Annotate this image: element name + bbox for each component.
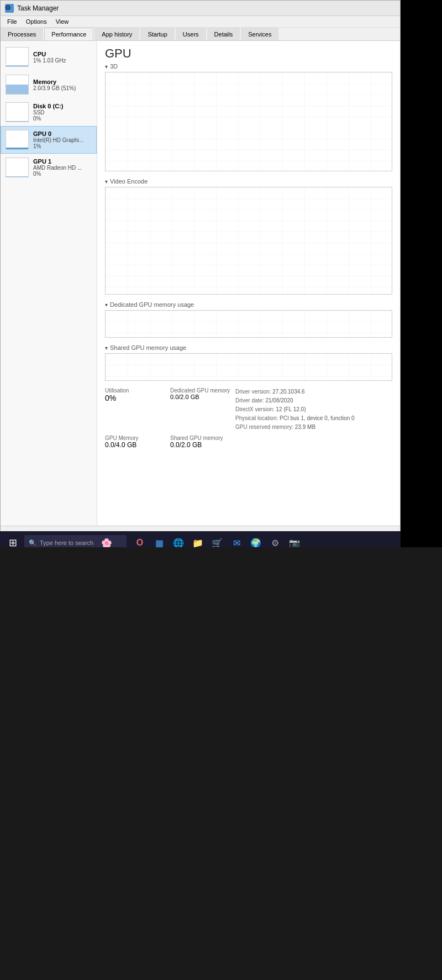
utilisation-value: 0% [105,394,166,402]
disk-thumbnail [6,102,29,122]
task-manager-window: ⚙ Task Manager File Options View Process… [0,0,401,542]
laptop-body: ⏮ 🔇 🔊 Esc F1☽ F2 F3🔒 F4 F5☐ F6 F7 F8⊞ F9… [0,547,442,980]
gpu1-detail: AMD Radeon HD ... [33,165,92,171]
dedicated-mem-block: Dedicated GPU memory 0.0/2.0 GB [170,387,231,432]
physical-location-label: Physical location: [235,415,278,421]
driver-date-label: Driver date: [235,397,264,403]
memory-label: Memory [33,78,92,85]
gpu-memory-block: GPU Memory 0.0/4.0 GB [105,435,166,449]
utilisation-label: Utilisation [105,387,166,394]
directx-label: DirectX version: [235,406,275,412]
memory-detail: 2.0/3.9 GB (51%) [33,85,92,91]
tab-services[interactable]: Services [241,28,278,40]
graph-dedicated-grid [106,311,392,337]
detail-panel: GPU 3D Video Encode [97,41,400,534]
gpu-reserved-label: GPU reserved memory: [235,424,293,430]
tab-performance[interactable]: Performance [44,28,93,40]
driver-version-value: 27.20.1034.6 [272,389,304,395]
tab-details[interactable]: Details [207,28,240,40]
main-content: CPU 1% 1.03 GHz Memory 2.0/3.9 GB (51%) [1,41,400,534]
dedicated-mem-label: Dedicated GPU memory [170,387,231,394]
menu-file[interactable]: File [3,17,22,26]
svg-rect-3 [106,354,392,380]
section-3d-label: 3D [105,63,392,70]
gpu0-label: GPU 0 [33,130,92,137]
physical-location-value: PCI bus 1, device 0, function 0 [280,415,355,421]
tab-bar: Processes Performance App history Startu… [1,28,400,41]
driver-version-label: Driver version: [235,389,271,395]
svg-rect-2 [106,311,392,337]
graph-3d-grid [106,72,392,171]
graph-3d [105,72,392,171]
menu-bar: File Options View [1,16,400,28]
gpu-memory-value: 0.0/4.0 GB [105,441,166,449]
stats-row: Utilisation 0% Dedicated GPU memory 0.0/… [105,387,392,432]
driver-date-value: 21/08/2020 [265,397,293,403]
gpu0-detail: Intel(R) HD Graphi... [33,137,92,143]
sidebar: CPU 1% 1.03 GHz Memory 2.0/3.9 GB (51%) [1,41,97,534]
sidebar-item-memory[interactable]: Memory 2.0/3.9 GB (51%) [1,71,97,98]
shared-mem-value: 0.0/2.0 GB [170,441,231,449]
section-dedicated-label: Dedicated GPU memory usage [105,301,392,308]
directx-value: 12 (FL 12.0) [276,406,306,412]
graph-dedicated [105,310,392,338]
sidebar-item-disk0[interactable]: Disk 0 (C:) SSD 0% [1,98,97,126]
tab-app-history[interactable]: App history [94,28,139,40]
gpu-reserved-value: 23.9 MB [295,424,315,430]
sidebar-item-cpu[interactable]: CPU 1% 1.03 GHz [1,43,97,71]
decorative-icon: 🌸 [101,538,112,548]
memory-thumbnail [6,75,29,95]
disk-percent: 0% [33,116,92,122]
shared-mem-block: Shared GPU memory 0.0/2.0 GB [170,435,231,449]
dedicated-mem-value: 0.0/2.0 GB [170,394,231,400]
graph-shared-grid [106,354,392,380]
cpu-detail: 1% 1.03 GHz [33,57,92,64]
menu-options[interactable]: Options [22,17,51,26]
sidebar-item-gpu0[interactable]: GPU 0 Intel(R) HD Graphi... 1% [1,126,97,154]
window-title: Task Manager [17,4,59,12]
tab-startup[interactable]: Startup [140,28,174,40]
gpu-title: GPU [105,46,392,61]
shared-mem-label: Shared GPU memory [170,435,231,441]
tab-users[interactable]: Users [176,28,206,40]
utilisation-block: Utilisation 0% [105,387,166,432]
gpu1-percent: 0% [33,171,92,177]
tab-processes[interactable]: Processes [1,28,43,40]
title-bar: ⚙ Task Manager [1,1,400,16]
driver-info-block: Driver version: 27.20.1034.6 Driver date… [235,387,355,432]
cpu-thumbnail [6,47,29,67]
section-shared-label: Shared GPU memory usage [105,344,392,351]
svg-rect-1 [106,187,392,294]
gpu-memory-label: GPU Memory [105,435,166,441]
section-video-label: Video Encode [105,178,392,185]
gpu1-thumbnail [6,158,29,177]
graph-video-encode [105,187,392,295]
disk-type: SSD [33,109,92,116]
graph-video-grid [106,187,392,294]
gpu0-percent: 1% [33,143,92,149]
cpu-label: CPU [33,51,92,57]
search-placeholder: Type here to search [40,539,93,546]
search-icon: 🔍 [29,539,36,547]
gpu1-label: GPU 1 [33,158,92,165]
graph-shared [105,353,392,381]
menu-view[interactable]: View [51,17,73,26]
svg-rect-0 [106,72,392,171]
sidebar-item-gpu1[interactable]: GPU 1 AMD Radeon HD ... 0% [1,154,97,181]
gpu0-thumbnail [6,130,29,150]
stats-row-2: GPU Memory 0.0/4.0 GB Shared GPU memory … [105,435,392,449]
app-icon: ⚙ [5,4,14,13]
disk-label: Disk 0 (C:) [33,103,92,109]
